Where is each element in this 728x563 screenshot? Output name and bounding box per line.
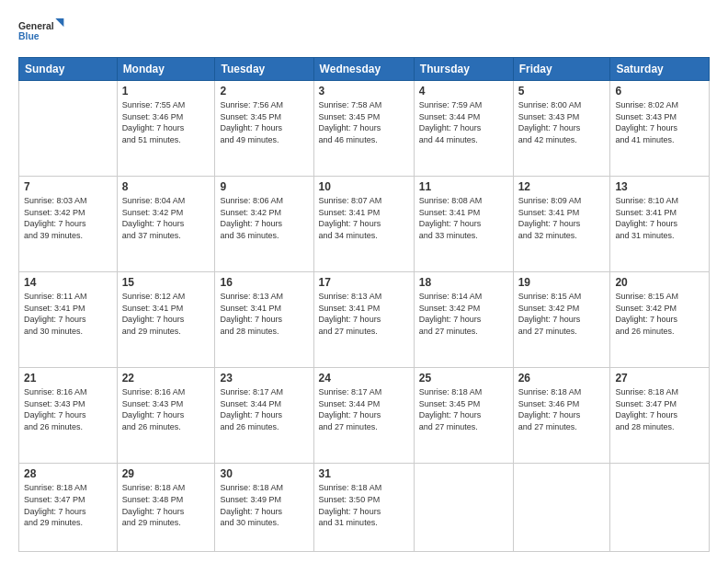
- day-info: Sunrise: 8:03 AMSunset: 3:42 PMDaylight:…: [24, 195, 112, 241]
- logo-svg: General Blue: [18, 15, 66, 50]
- day-cell: 3Sunrise: 7:58 AMSunset: 3:45 PMDaylight…: [313, 81, 414, 177]
- svg-marker-2: [55, 18, 63, 27]
- logo: General Blue: [18, 15, 66, 50]
- day-cell: 17Sunrise: 8:13 AMSunset: 3:41 PMDayligh…: [313, 272, 414, 368]
- day-number: 7: [24, 180, 112, 193]
- day-info: Sunrise: 8:08 AMSunset: 3:41 PMDaylight:…: [419, 195, 508, 241]
- day-info: Sunrise: 8:18 AMSunset: 3:49 PMDaylight:…: [220, 482, 308, 528]
- day-number: 25: [419, 372, 508, 385]
- day-cell: 4Sunrise: 7:59 AMSunset: 3:44 PMDaylight…: [414, 81, 513, 177]
- day-cell: 24Sunrise: 8:17 AMSunset: 3:44 PMDayligh…: [313, 368, 414, 464]
- day-cell: 11Sunrise: 8:08 AMSunset: 3:41 PMDayligh…: [414, 177, 513, 272]
- day-header-thursday: Thursday: [414, 58, 513, 81]
- day-number: 3: [319, 85, 409, 98]
- day-number: 5: [518, 85, 606, 98]
- day-number: 6: [615, 85, 704, 98]
- day-number: 11: [419, 180, 508, 193]
- day-cell: 1Sunrise: 7:55 AMSunset: 3:46 PMDaylight…: [117, 81, 215, 177]
- day-info: Sunrise: 7:56 AMSunset: 3:45 PMDaylight:…: [220, 99, 308, 145]
- day-cell: 26Sunrise: 8:18 AMSunset: 3:46 PMDayligh…: [513, 368, 610, 464]
- day-number: 24: [319, 372, 409, 385]
- day-cell: [513, 464, 610, 552]
- day-info: Sunrise: 8:09 AMSunset: 3:41 PMDaylight:…: [518, 195, 606, 241]
- day-cell: 16Sunrise: 8:13 AMSunset: 3:41 PMDayligh…: [215, 272, 313, 368]
- day-cell: 21Sunrise: 8:16 AMSunset: 3:43 PMDayligh…: [19, 368, 118, 464]
- day-info: Sunrise: 8:06 AMSunset: 3:42 PMDaylight:…: [220, 195, 308, 241]
- day-cell: 30Sunrise: 8:18 AMSunset: 3:49 PMDayligh…: [215, 464, 313, 552]
- day-number: 21: [24, 372, 112, 385]
- day-info: Sunrise: 8:17 AMSunset: 3:44 PMDaylight:…: [220, 386, 308, 432]
- day-info: Sunrise: 8:02 AMSunset: 3:43 PMDaylight:…: [615, 99, 704, 145]
- day-header-sunday: Sunday: [19, 58, 118, 81]
- day-number: 12: [518, 180, 606, 193]
- day-info: Sunrise: 8:18 AMSunset: 3:45 PMDaylight:…: [419, 386, 508, 432]
- day-cell: 18Sunrise: 8:14 AMSunset: 3:42 PMDayligh…: [414, 272, 513, 368]
- day-cell: 27Sunrise: 8:18 AMSunset: 3:47 PMDayligh…: [610, 368, 710, 464]
- day-info: Sunrise: 7:59 AMSunset: 3:44 PMDaylight:…: [419, 99, 508, 145]
- day-cell: 5Sunrise: 8:00 AMSunset: 3:43 PMDaylight…: [513, 81, 610, 177]
- day-cell: [610, 464, 710, 552]
- day-number: 22: [122, 372, 210, 385]
- day-cell: 23Sunrise: 8:17 AMSunset: 3:44 PMDayligh…: [215, 368, 313, 464]
- day-info: Sunrise: 8:00 AMSunset: 3:43 PMDaylight:…: [518, 99, 606, 145]
- header: General Blue: [18, 15, 710, 50]
- day-number: 27: [615, 372, 704, 385]
- svg-text:General: General: [18, 21, 54, 31]
- week-row-2: 7Sunrise: 8:03 AMSunset: 3:42 PMDaylight…: [19, 177, 710, 272]
- day-cell: 12Sunrise: 8:09 AMSunset: 3:41 PMDayligh…: [513, 177, 610, 272]
- day-cell: 6Sunrise: 8:02 AMSunset: 3:43 PMDaylight…: [610, 81, 710, 177]
- day-cell: [414, 464, 513, 552]
- day-info: Sunrise: 7:58 AMSunset: 3:45 PMDaylight:…: [319, 99, 409, 145]
- week-row-5: 28Sunrise: 8:18 AMSunset: 3:47 PMDayligh…: [19, 464, 710, 552]
- day-info: Sunrise: 8:13 AMSunset: 3:41 PMDaylight:…: [319, 291, 409, 337]
- day-number: 15: [122, 276, 210, 289]
- day-cell: 15Sunrise: 8:12 AMSunset: 3:41 PMDayligh…: [117, 272, 215, 368]
- day-cell: 9Sunrise: 8:06 AMSunset: 3:42 PMDaylight…: [215, 177, 313, 272]
- day-cell: 31Sunrise: 8:18 AMSunset: 3:50 PMDayligh…: [313, 464, 414, 552]
- day-header-saturday: Saturday: [610, 58, 710, 81]
- day-number: 28: [24, 467, 112, 480]
- day-number: 20: [615, 276, 704, 289]
- day-cell: 19Sunrise: 8:15 AMSunset: 3:42 PMDayligh…: [513, 272, 610, 368]
- day-cell: 8Sunrise: 8:04 AMSunset: 3:42 PMDaylight…: [117, 177, 215, 272]
- day-header-wednesday: Wednesday: [313, 58, 414, 81]
- day-number: 31: [319, 467, 409, 480]
- day-number: 4: [419, 85, 508, 98]
- day-number: 19: [518, 276, 606, 289]
- day-header-monday: Monday: [117, 58, 215, 81]
- day-cell: 28Sunrise: 8:18 AMSunset: 3:47 PMDayligh…: [19, 464, 118, 552]
- day-cell: 22Sunrise: 8:16 AMSunset: 3:43 PMDayligh…: [117, 368, 215, 464]
- day-cell: 25Sunrise: 8:18 AMSunset: 3:45 PMDayligh…: [414, 368, 513, 464]
- day-number: 16: [220, 276, 308, 289]
- day-info: Sunrise: 8:10 AMSunset: 3:41 PMDaylight:…: [615, 195, 704, 241]
- day-info: Sunrise: 8:15 AMSunset: 3:42 PMDaylight:…: [615, 291, 704, 337]
- week-row-3: 14Sunrise: 8:11 AMSunset: 3:41 PMDayligh…: [19, 272, 710, 368]
- page: General Blue SundayMondayTuesdayWednesda…: [0, 0, 728, 563]
- day-number: 18: [419, 276, 508, 289]
- day-info: Sunrise: 8:17 AMSunset: 3:44 PMDaylight:…: [319, 386, 409, 432]
- day-number: 23: [220, 372, 308, 385]
- week-row-1: 1Sunrise: 7:55 AMSunset: 3:46 PMDaylight…: [19, 81, 710, 177]
- day-cell: 2Sunrise: 7:56 AMSunset: 3:45 PMDaylight…: [215, 81, 313, 177]
- day-number: 14: [24, 276, 112, 289]
- day-number: 17: [319, 276, 409, 289]
- day-cell: 13Sunrise: 8:10 AMSunset: 3:41 PMDayligh…: [610, 177, 710, 272]
- day-info: Sunrise: 8:18 AMSunset: 3:47 PMDaylight:…: [24, 482, 112, 528]
- day-cell: 20Sunrise: 8:15 AMSunset: 3:42 PMDayligh…: [610, 272, 710, 368]
- day-info: Sunrise: 7:55 AMSunset: 3:46 PMDaylight:…: [122, 99, 210, 145]
- day-info: Sunrise: 8:14 AMSunset: 3:42 PMDaylight:…: [419, 291, 508, 337]
- day-number: 1: [122, 85, 210, 98]
- day-cell: 10Sunrise: 8:07 AMSunset: 3:41 PMDayligh…: [313, 177, 414, 272]
- day-cell: 29Sunrise: 8:18 AMSunset: 3:48 PMDayligh…: [117, 464, 215, 552]
- day-number: 13: [615, 180, 704, 193]
- day-number: 26: [518, 372, 606, 385]
- day-number: 2: [220, 85, 308, 98]
- day-info: Sunrise: 8:07 AMSunset: 3:41 PMDaylight:…: [319, 195, 409, 241]
- day-number: 10: [319, 180, 409, 193]
- day-number: 8: [122, 180, 210, 193]
- day-number: 30: [220, 467, 308, 480]
- svg-text:Blue: Blue: [18, 31, 40, 41]
- day-info: Sunrise: 8:18 AMSunset: 3:47 PMDaylight:…: [615, 386, 704, 432]
- day-info: Sunrise: 8:13 AMSunset: 3:41 PMDaylight:…: [220, 291, 308, 337]
- day-info: Sunrise: 8:18 AMSunset: 3:46 PMDaylight:…: [518, 386, 606, 432]
